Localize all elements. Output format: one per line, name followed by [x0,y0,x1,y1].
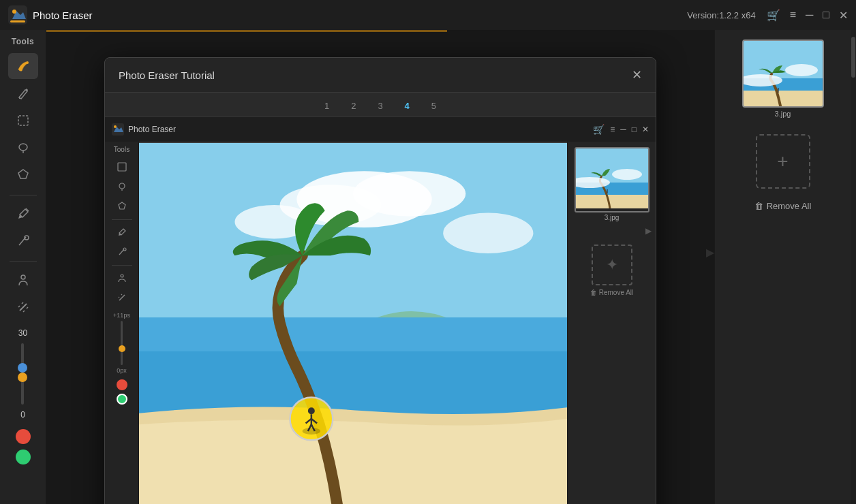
inner-color-green[interactable] [117,394,127,405]
inner-trash-icon: 🗑 [590,289,597,296]
canvas-area: 图片 www.shutterstock.com · 在 204973620047… [139,142,567,504]
center-content: Photo Eraser Tutorial ✕ 1 2 3 4 5 [46,30,714,504]
inner-slider-bottom: 0px [117,367,127,374]
svg-rect-58 [778,88,779,93]
slider-thumb-orange[interactable] [18,373,27,382]
pencil-tool-btn[interactable] [8,80,38,106]
svg-point-3 [26,61,29,64]
main-layout: Tools 30 [0,30,856,504]
healing-btn[interactable] [8,228,38,254]
inner-win-btns: 🛒 ≡ ─ □ ✕ [593,124,649,135]
add-image-button[interactable]: + [756,134,810,189]
modal-pagination: 1 2 3 4 5 [105,93,656,117]
inner-right-panel: 3.jpg ▶ ✦ 🗑 Remove All [567,142,656,504]
brush-tool-btn[interactable] [8,53,38,79]
slider-bottom-value: 0 [20,410,25,420]
svg-point-7 [21,275,25,279]
inner-remove-all-btn[interactable]: 🗑 Remove All [590,289,634,296]
menu-icon[interactable]: ≡ [790,9,796,21]
inner-thumbnail-container [575,147,649,212]
magic-btn[interactable] [8,294,38,320]
page-4-btn[interactable]: 4 [401,99,414,112]
svg-point-57 [785,64,818,76]
polygon-btn[interactable] [8,162,38,188]
inner-slider-top: +11ps [113,312,130,319]
color-red[interactable] [16,429,31,444]
eyedropper-btn[interactable] [8,201,38,227]
svg-rect-2 [10,20,25,22]
lasso-btn[interactable] [8,135,38,161]
inner-maximize-btn[interactable]: □ [632,125,637,134]
tools-heading: Tools [12,37,35,46]
inner-color-red[interactable] [117,379,127,390]
trash-icon: 🗑 [754,201,763,211]
inner-person-btn[interactable] [111,268,133,287]
slider-track[interactable] [21,343,24,405]
canvas-image: 图片 www.shutterstock.com · 在 204973620047… [139,142,567,504]
page-3-btn[interactable]: 3 [373,99,386,112]
modal-body: Photo Eraser 🛒 ≡ ─ □ ✕ [105,117,656,504]
inner-slider-track[interactable] [121,321,123,365]
inner-cart-icon[interactable]: 🛒 [593,124,605,135]
inner-slider-thumb[interactable] [119,345,125,352]
person-btn[interactable] [8,267,38,293]
modal-title: Photo Eraser Tutorial [119,69,215,81]
thumbnail-svg [744,41,824,108]
inner-menu-icon[interactable]: ≡ [610,125,615,134]
svg-point-11 [119,183,125,189]
svg-point-35 [612,169,642,180]
svg-rect-21 [139,317,567,351]
svg-rect-36 [607,189,608,193]
minimize-button[interactable]: ─ [806,9,813,21]
tutorial-overlay: Photo Eraser Tutorial ✕ 1 2 3 4 5 [46,30,714,504]
svg-rect-55 [744,91,824,108]
inner-minimize-btn[interactable]: ─ [620,125,626,134]
close-button[interactable]: ✕ [839,9,848,22]
cart-icon[interactable]: 🛒 [767,9,780,22]
app-title: Photo Eraser [33,10,93,21]
inner-main: Tools [105,142,656,504]
title-bar-right: Version:1.2.2 x64 🛒 ≡ ─ □ ✕ [687,9,848,22]
title-bar-left: Photo Eraser [8,5,93,25]
image-thumbnail[interactable] [742,40,824,108]
brush-size-slider[interactable]: 30 0 [18,328,27,420]
modal-close-button[interactable]: ✕ [632,67,642,82]
inner-thumb-filename: 3.jpg [605,214,620,221]
inner-lasso-btn[interactable] [111,177,133,196]
scrollbar-thumb[interactable] [851,37,855,78]
right-scrollbar[interactable] [851,30,856,504]
window-controls: 🛒 ≡ ─ □ ✕ [767,9,848,22]
inner-color-palette [117,379,127,405]
page-5-btn[interactable]: 5 [427,99,440,112]
maximize-button[interactable]: □ [823,9,829,21]
color-green[interactable] [16,450,31,464]
title-bar: Photo Eraser Version:1.2.2 x64 🛒 ≡ ─ □ ✕ [0,0,856,30]
add-image-icon: + [777,151,788,172]
inner-remove-all-label: Remove All [599,289,634,296]
page-2-btn[interactable]: 2 [347,99,360,112]
inner-close-btn[interactable]: ✕ [642,125,649,134]
svg-point-9 [114,125,117,128]
thumbnail-filename: 3.jpg [775,110,791,118]
inner-brush-slider[interactable]: +11ps 0px [113,312,130,374]
remove-all-btn[interactable]: 🗑 Remove All [754,201,812,211]
inner-titlebar: Photo Eraser 🛒 ≡ ─ □ ✕ [105,117,656,142]
slider-thumb-blue[interactable] [18,363,27,373]
inner-magic-btn[interactable] [111,288,133,307]
page-1-btn[interactable]: 1 [320,99,333,112]
right-panel: 3.jpg ▶ + 🗑 Remove All [714,30,851,504]
inner-eyedropper-btn[interactable] [111,223,133,242]
inner-add-image-btn[interactable]: ✦ [592,245,632,285]
inner-polygon-btn[interactable] [111,197,133,216]
inner-title-left: Photo Eraser [112,123,176,136]
rect-select-btn[interactable] [8,108,38,133]
inner-panel-arrow[interactable]: ▶ [572,224,652,238]
inner-app-logo-icon [112,123,124,136]
inner-sidebar: Tools [105,142,139,504]
inner-heal-btn[interactable] [111,242,133,262]
inner-rect-btn[interactable] [111,157,133,176]
app-logo-icon [8,5,27,25]
modal-header: Photo Eraser Tutorial ✕ [105,58,656,93]
svg-rect-10 [118,163,126,171]
svg-point-23 [308,407,315,414]
